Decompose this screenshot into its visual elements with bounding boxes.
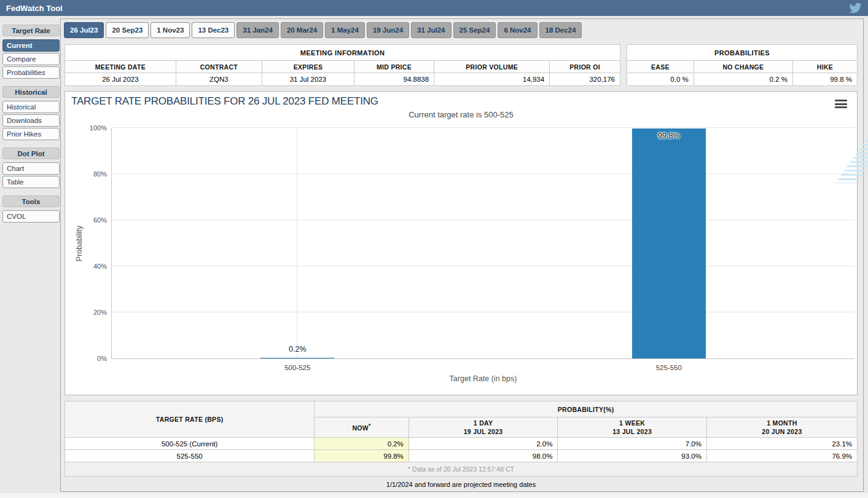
now-cell: 0.2% (315, 438, 409, 450)
sidebar-item-compare[interactable]: Compare (2, 53, 60, 65)
meeting-date-value: 26 Jul 2023 (65, 73, 176, 86)
meeting-date-tabs: 26 Jul23 20 Sep23 1 Nov23 13 Dec23 31 Ja… (64, 22, 582, 38)
sidebar-item-table[interactable]: Table (2, 176, 60, 188)
tab-1-nov23[interactable]: 1 Nov23 (151, 22, 190, 38)
tab-20-mar24[interactable]: 20 Mar24 (281, 22, 323, 38)
col-1-day: 1 DAY19 JUL 2023 (409, 417, 558, 438)
sidebar-item-historical[interactable]: Historical (2, 101, 60, 113)
bar-value-label: 0.2% (260, 345, 334, 354)
y-axis-tick-label: 20% (79, 309, 107, 316)
chart-title: TARGET RATE PROBABILITIES FOR 26 JUL 202… (71, 95, 378, 108)
rate-cell: 525-550 (65, 450, 315, 462)
probabilities-title: PROBABILITIES (627, 45, 858, 61)
y-gridline (112, 219, 854, 220)
probability-bar[interactable] (260, 358, 334, 358)
y-gridline (112, 127, 854, 128)
now-cell: 99.8% (315, 450, 409, 462)
page-footer-strip (0, 493, 868, 498)
col-contract: CONTRACT (176, 61, 262, 73)
prior-oi-value: 320,176 (550, 73, 620, 86)
expires-value: 31 Jul 2023 (262, 73, 354, 86)
prior-volume-value: 14,934 (434, 73, 550, 86)
sidebar-item-cvol[interactable]: CVOL (2, 210, 60, 223)
col-meeting-date: MEETING DATE (65, 61, 176, 73)
col-now: NOW* (315, 417, 409, 438)
mid-price-value: 94.8838 (354, 73, 434, 86)
sidebar-item-prior-hikes[interactable]: Prior Hikes (2, 128, 60, 140)
col-prior-oi: PRIOR OI (550, 61, 620, 73)
col-no-change: NO CHANGE (694, 61, 792, 73)
col-expires: EXPIRES (262, 61, 354, 73)
y-axis-tick-label: 60% (79, 216, 107, 224)
sidebar-section-tools: Tools (2, 196, 60, 207)
fedwatch-app: FedWatch Tool Target Rate Current Compar… (0, 0, 868, 498)
x-axis-tick-label: 525-550 (632, 364, 706, 371)
x-axis-tick-label: 500-525 (260, 364, 334, 371)
y-gridline (112, 312, 854, 312)
tab-1-may24[interactable]: 1 May24 (325, 22, 365, 38)
corner-header: TARGET RATE (BPS) (65, 401, 315, 438)
col-mid-price: MID PRICE (354, 61, 434, 73)
y-gridline (112, 266, 854, 266)
data-as-of-footnote: * Data as of 20 Jul 2023 12:57:48 CT (65, 462, 858, 476)
y-axis-tick-label: 100% (79, 124, 107, 132)
col-ease: EASE (627, 61, 694, 73)
twitter-icon[interactable] (849, 2, 862, 14)
no-change-value: 0.2 % (694, 73, 792, 86)
month-cell: 76.9% (706, 450, 857, 462)
week-cell: 7.0% (558, 438, 707, 450)
quikstrike-q-watermark: Q (851, 125, 868, 187)
y-gridline (112, 173, 854, 174)
y-axis-tick-label: 40% (79, 263, 107, 270)
week-cell: 93.0% (558, 450, 707, 462)
sidebar-section-dot-plot: Dot Plot (2, 148, 60, 159)
chart-context-menu-icon[interactable] (835, 100, 847, 108)
table-row: 500-525 (Current) 0.2% 2.0% 7.0% 23.1% (65, 438, 858, 450)
bar-value-label: 99.8% (632, 132, 706, 140)
month-cell: 23.1% (706, 438, 857, 450)
app-title: FedWatch Tool (6, 4, 63, 13)
sidebar-item-probabilities[interactable]: Probabilities (2, 66, 60, 79)
col-1-month: 1 MONTH20 JUN 2023 (706, 417, 857, 438)
meeting-information-title: MEETING INFORMATION (65, 45, 620, 61)
y-axis-label: Probability (75, 197, 85, 290)
probability-bar[interactable] (632, 128, 706, 358)
chart-panel: TARGET RATE PROBABILITIES FOR 26 JUL 202… (65, 91, 858, 395)
contract-value: ZQN3 (176, 73, 262, 86)
meeting-information-table: MEETING INFORMATION MEETING DATE CONTRAC… (65, 44, 620, 86)
sidebar-item-current[interactable]: Current (2, 39, 60, 52)
sidebar-section-historical: Historical (2, 86, 60, 98)
ease-value: 0.0 % (627, 73, 694, 86)
hike-value: 99.8 % (793, 73, 858, 86)
app-header: FedWatch Tool (0, 0, 868, 16)
probability-group-header: PROBABILITY(%) (315, 401, 858, 417)
day-cell: 2.0% (409, 438, 558, 450)
tab-20-sep23[interactable]: 20 Sep23 (106, 22, 149, 38)
y-axis-tick-label: 0% (79, 355, 107, 362)
sidebar: Target Rate Current Compare Probabilitie… (2, 16, 60, 224)
col-prior-volume: PRIOR VOLUME (434, 61, 550, 73)
chart-subtitle: Current target rate is 500-525 (65, 110, 857, 119)
sidebar-item-downloads[interactable]: Downloads (2, 114, 60, 127)
sidebar-item-chart[interactable]: Chart (2, 162, 60, 175)
tab-13-dec23[interactable]: 13 Dec23 (192, 22, 235, 38)
target-rate-probability-table: TARGET RATE (BPS) PROBABILITY(%) NOW* 1 … (65, 401, 858, 476)
sidebar-section-target-rate: Target Rate (2, 25, 60, 36)
day-cell: 98.0% (409, 450, 558, 462)
projected-dates-note: 1/1/2024 and forward are projected meeti… (65, 481, 858, 488)
tab-31-jul24[interactable]: 31 Jul24 (411, 22, 451, 38)
col-hike: HIKE (793, 61, 858, 73)
x-gridline (297, 128, 297, 358)
tab-26-jul23[interactable]: 26 Jul23 (64, 22, 104, 38)
tab-6-nov24[interactable]: 6 Nov24 (498, 22, 537, 38)
tab-18-dec24[interactable]: 18 Dec24 (539, 22, 582, 38)
bar-chart-plot-area: Probability Target Rate (in bps) 0%20%40… (111, 128, 854, 359)
tab-19-jun24[interactable]: 19 Jun24 (367, 22, 409, 38)
x-axis-label: Target Rate (in bps) (112, 374, 854, 383)
rate-cell: 500-525 (Current) (65, 438, 315, 450)
tab-31-jan24[interactable]: 31 Jan24 (237, 22, 279, 38)
table-row: 525-550 99.8% 98.0% 93.0% 76.9% (65, 450, 858, 462)
probabilities-table: PROBABILITIES EASE NO CHANGE HIKE 0.0 % … (627, 44, 858, 86)
col-1-week: 1 WEEK13 JUL 2023 (558, 417, 707, 438)
tab-25-sep24[interactable]: 25 Sep24 (453, 22, 496, 38)
